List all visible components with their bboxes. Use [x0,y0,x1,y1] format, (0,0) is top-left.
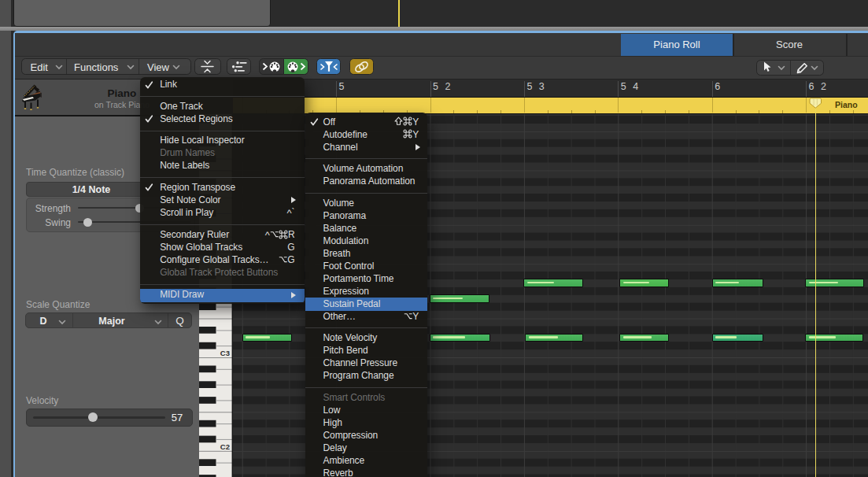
svg-text:C3: C3 [220,349,230,357]
svg-text:C2: C2 [220,442,230,451]
